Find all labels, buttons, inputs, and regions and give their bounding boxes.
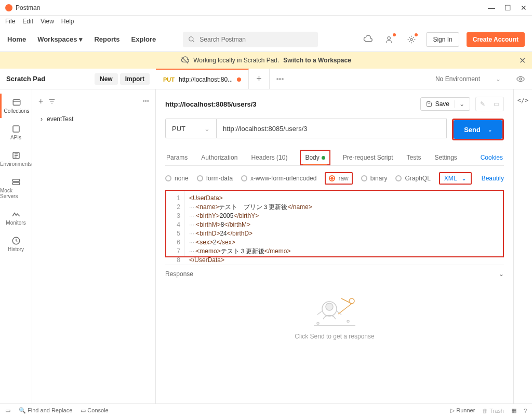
chevron-down-icon: ⌄ — [496, 75, 501, 83]
send-button[interactable]: Send⌄ — [454, 120, 502, 139]
tab-settings[interactable]: Settings — [434, 150, 458, 165]
menu-help[interactable]: Help — [61, 18, 74, 25]
banner: Working locally in Scratch Pad. Switch t… — [0, 52, 532, 69]
body-types: none form-data x-www-form-urlencoded raw… — [165, 172, 504, 185]
chevron-down-icon: ⌄ — [204, 125, 210, 133]
console-button[interactable]: ▭ Console — [81, 407, 108, 413]
body-binary[interactable]: binary — [361, 175, 388, 182]
tab-authorization[interactable]: Authorization — [200, 150, 238, 165]
eye-icon[interactable] — [516, 75, 525, 83]
code-view-icon[interactable]: </> — [517, 97, 529, 413]
body-none[interactable]: none — [165, 175, 189, 182]
minimize-icon[interactable]: — — [488, 4, 495, 12]
cloud-icon[interactable] — [361, 32, 375, 47]
nav-home[interactable]: Home — [7, 35, 26, 43]
beautify-button[interactable]: Beautify — [482, 175, 504, 182]
cookies-link[interactable]: Cookies — [480, 150, 504, 165]
create-account-button[interactable]: Create Account — [467, 32, 525, 47]
body-raw[interactable]: raw — [325, 172, 352, 185]
sidebar-options[interactable]: ••• — [142, 98, 149, 105]
rail-monitors[interactable]: Monitors — [0, 205, 32, 230]
code-content[interactable]: <UserData> ····<name>テスト プリン３更新後</name> … — [185, 191, 316, 256]
layout-icon[interactable]: ▦ — [511, 407, 516, 413]
method-select[interactable]: PUT⌄ — [165, 119, 216, 138]
scratchpad-header: Scratch Pad New Import — [0, 73, 156, 85]
chevron-down-icon: ⌄ — [461, 175, 467, 182]
add-collection-icon[interactable]: + — [38, 97, 43, 106]
cloud-off-icon — [181, 56, 189, 64]
environment-select[interactable]: No Environment ⌄ — [428, 75, 532, 83]
invite-icon[interactable] — [382, 32, 397, 47]
modified-dot — [322, 156, 325, 160]
settings-icon[interactable] — [404, 32, 419, 47]
astronaut-icon — [309, 288, 361, 330]
chevron-down-icon[interactable]: ⌄ — [488, 127, 492, 133]
find-replace-button[interactable]: 🔍 Find and Replace — [19, 407, 72, 413]
svg-point-14 — [326, 303, 333, 310]
save-button[interactable]: Save⌄ — [420, 97, 470, 111]
scratchpad-title: Scratch Pad — [6, 75, 45, 83]
tab-method: PUT — [163, 76, 175, 83]
tab-headers[interactable]: Headers (10) — [250, 150, 288, 165]
filter-icon[interactable] — [48, 98, 56, 105]
code-editor[interactable]: 12345678 <UserData> ····<name>テスト プリン３更新… — [165, 190, 504, 257]
response-hint: Click Send to get a response — [295, 333, 374, 340]
banner-text: Working locally in Scratch Pad. — [193, 57, 279, 64]
tab-body[interactable]: Body — [300, 150, 330, 165]
svg-line-1 — [193, 40, 194, 42]
line-gutter: 12345678 — [166, 191, 185, 256]
chevron-down-icon: ⌄ — [499, 270, 504, 278]
url-input[interactable]: http://localhost:8085/users/3 — [216, 119, 447, 138]
body-format-select[interactable]: XML⌄ — [439, 172, 472, 185]
chevron-down-icon[interactable]: ⌄ — [455, 100, 464, 108]
svg-point-5 — [520, 78, 522, 80]
menu-view[interactable]: View — [41, 18, 54, 25]
svg-point-2 — [388, 36, 390, 39]
nav-workspaces[interactable]: Workspaces▾ — [37, 35, 83, 43]
trash-button[interactable]: 🗑 Trash — [482, 408, 504, 413]
search-input[interactable]: Search Postman — [183, 32, 318, 47]
postman-logo — [5, 4, 12, 11]
tab-row: Scratch Pad New Import PUT http://localh… — [0, 69, 532, 89]
rail-apis[interactable]: APIs — [0, 120, 32, 145]
topbar: Home Workspaces▾ Reports Explore Search … — [0, 27, 532, 52]
tab-options[interactable]: ••• — [270, 69, 290, 89]
rail-environments[interactable]: Environments — [0, 147, 32, 171]
chevron-right-icon: › — [41, 115, 43, 123]
nav-explore[interactable]: Explore — [131, 35, 156, 43]
rail-collections[interactable]: Collections — [0, 94, 32, 118]
maximize-icon[interactable]: ☐ — [504, 4, 511, 12]
svg-point-17 — [347, 320, 349, 322]
search-placeholder: Search Postman — [200, 36, 246, 43]
chevron-down-icon: ▾ — [79, 35, 83, 43]
tab-tests[interactable]: Tests — [405, 150, 422, 165]
tree-item[interactable]: › eventTest — [36, 113, 151, 125]
add-tab-button[interactable]: + — [249, 69, 270, 89]
svg-point-16 — [317, 322, 319, 324]
nav-reports[interactable]: Reports — [94, 35, 119, 43]
signin-button[interactable]: Sign In — [426, 32, 459, 47]
comment-icon[interactable]: ▭ — [489, 97, 503, 111]
body-xwww[interactable]: x-www-form-urlencoded — [241, 175, 316, 182]
body-graphql[interactable]: GraphQL — [395, 175, 430, 182]
rail-mock-servers[interactable]: Mock Servers — [0, 173, 32, 203]
rail-history[interactable]: History — [0, 232, 32, 256]
tab-params[interactable]: Params — [165, 150, 189, 165]
banner-link[interactable]: Switch to a Workspace — [283, 57, 351, 64]
menu-edit[interactable]: Edit — [22, 18, 33, 25]
import-button[interactable]: Import — [120, 73, 150, 85]
body-formdata[interactable]: form-data — [197, 175, 233, 182]
edit-icon[interactable]: ✎ — [476, 97, 489, 111]
request-tab[interactable]: PUT http://localhost:80... — [156, 69, 249, 89]
help-icon[interactable]: ? — [524, 408, 527, 413]
banner-close-icon[interactable]: ✕ — [519, 56, 526, 66]
response-header[interactable]: Response ⌄ — [165, 265, 504, 283]
response-placeholder: Click Send to get a response — [165, 283, 504, 343]
new-button[interactable]: New — [95, 73, 118, 85]
runner-button[interactable]: ▷ Runner — [450, 407, 475, 413]
sidebar-toggle-icon[interactable]: ▭ — [5, 407, 10, 413]
menu-file[interactable]: File — [5, 18, 15, 25]
tab-prerequest[interactable]: Pre-request Script — [342, 150, 394, 165]
close-icon[interactable]: ✕ — [521, 4, 527, 12]
tree-item-label: eventTest — [47, 115, 73, 123]
